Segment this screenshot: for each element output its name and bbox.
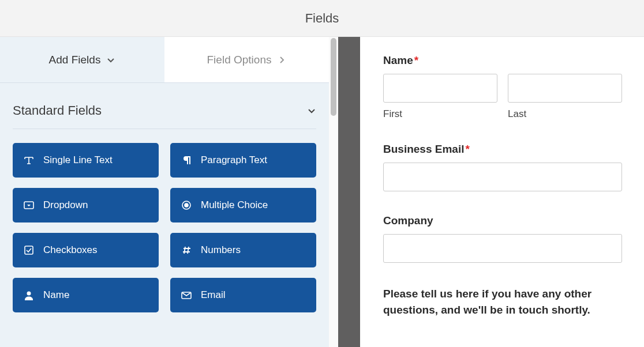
label-text: Name	[383, 54, 413, 66]
left-sidebar: Add Fields Field Options Standard Fields	[0, 37, 329, 347]
chevron-down-icon	[307, 106, 316, 115]
text-icon	[23, 154, 35, 166]
company-label: Company	[383, 214, 622, 227]
email-input[interactable]	[383, 163, 622, 191]
field-label: Email	[201, 289, 226, 301]
field-numbers[interactable]: Numbers	[170, 233, 316, 267]
tab-field-options[interactable]: Field Options	[164, 37, 329, 82]
required-asterisk: *	[414, 54, 418, 66]
field-dropdown[interactable]: Dropdown	[13, 188, 159, 222]
last-name-col: Last	[508, 74, 622, 120]
form-preview: Name* First Last Business Email* Company	[360, 37, 644, 347]
name-row: First Last	[383, 74, 622, 120]
first-name-col: First	[383, 74, 497, 120]
field-label: Name	[43, 289, 69, 301]
form-description: Please tell us here if you have any othe…	[383, 286, 622, 318]
required-asterisk: *	[465, 143, 469, 155]
fields-grid: Single Line Text Paragraph Text Dropdown…	[0, 143, 329, 312]
form-group-email: Business Email*	[383, 143, 622, 191]
dropdown-icon	[23, 199, 35, 211]
svg-point-2	[185, 203, 188, 207]
field-email[interactable]: Email	[170, 278, 316, 312]
first-name-input[interactable]	[383, 74, 497, 103]
last-name-input[interactable]	[508, 74, 622, 103]
field-label: Checkboxes	[43, 244, 98, 256]
section-header[interactable]: Standard Fields	[0, 83, 329, 129]
page-title: Fields	[305, 11, 339, 26]
field-label: Multiple Choice	[201, 199, 268, 211]
scrollbar-thumb[interactable]	[331, 38, 336, 116]
tab-label: Field Options	[207, 54, 272, 66]
svg-rect-3	[25, 246, 33, 254]
section-title: Standard Fields	[13, 103, 102, 118]
field-multiple-choice[interactable]: Multiple Choice	[170, 188, 316, 222]
email-label: Business Email*	[383, 143, 622, 156]
envelope-icon	[181, 289, 192, 301]
field-checkboxes[interactable]: Checkboxes	[13, 233, 159, 267]
field-name[interactable]: Name	[13, 278, 159, 312]
scrollbar-track[interactable]	[329, 37, 338, 347]
last-sublabel: Last	[508, 108, 622, 120]
label-text: Business Email	[383, 143, 464, 155]
chevron-right-icon	[277, 55, 286, 65]
radio-icon	[181, 199, 192, 211]
user-icon	[23, 289, 35, 301]
paragraph-icon	[181, 154, 192, 166]
svg-point-4	[27, 292, 31, 296]
main-layout: Add Fields Field Options Standard Fields	[0, 37, 644, 347]
field-paragraph-text[interactable]: Paragraph Text	[170, 143, 316, 178]
tab-add-fields[interactable]: Add Fields	[0, 37, 164, 82]
section-divider	[13, 129, 316, 129]
field-single-line-text[interactable]: Single Line Text	[13, 143, 159, 178]
field-label: Paragraph Text	[201, 154, 267, 166]
sidebar-tabs: Add Fields Field Options	[0, 37, 329, 83]
field-label: Single Line Text	[43, 154, 113, 166]
form-group-name: Name* First Last	[383, 54, 622, 120]
company-input[interactable]	[383, 234, 622, 263]
field-label: Dropdown	[43, 199, 88, 211]
form-group-company: Company	[383, 214, 622, 263]
checkbox-icon	[23, 244, 35, 256]
name-label: Name*	[383, 54, 622, 67]
page-header: Fields	[0, 0, 644, 37]
tab-label: Add Fields	[49, 54, 101, 66]
hash-icon	[181, 244, 192, 256]
chevron-down-icon	[106, 55, 115, 65]
first-sublabel: First	[383, 108, 497, 120]
field-label: Numbers	[201, 244, 241, 256]
